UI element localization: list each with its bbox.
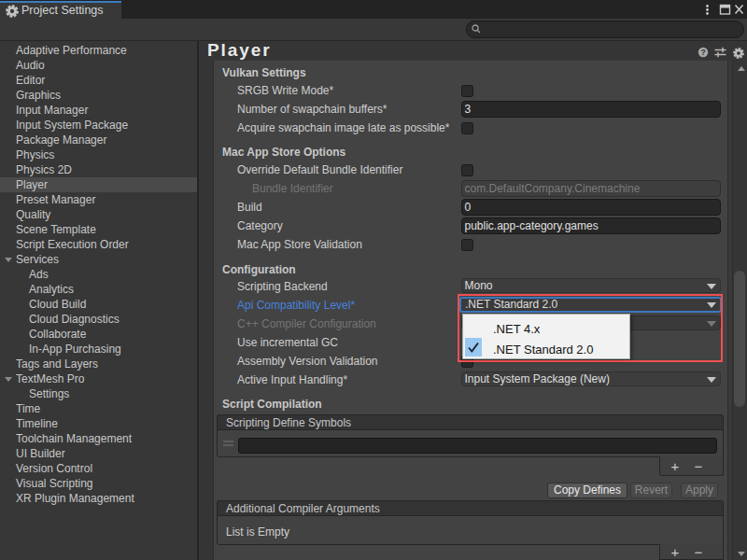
svg-text:?: ? [700,48,705,57]
